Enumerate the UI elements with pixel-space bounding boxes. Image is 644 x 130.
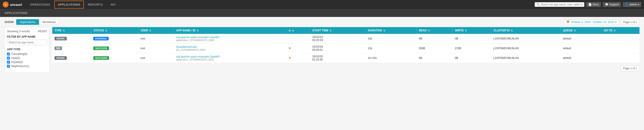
applications-table: TYPE ⇅STATUS ⇅USER ⇅APP NAME / ID ⇅⚠ ⇅ST…: [52, 27, 640, 63]
type-badge: MR: [54, 47, 62, 50]
calendar-icon: 📅: [566, 21, 570, 24]
search-icon: 🔍: [536, 3, 540, 6]
queue: default: [563, 37, 571, 40]
sort-icon: ⇅: [428, 29, 430, 32]
show-bar: SHOW ApplicationsWorkflows 📅 October 9, …: [4, 19, 640, 25]
table-footer: Page 1 of 1: [52, 64, 640, 73]
label-cascading: Cascading(0): [11, 52, 27, 56]
start-time: 10/10/1903:20:01: [312, 45, 323, 51]
write: 0B: [455, 37, 458, 40]
app-id: application_1570698639373_0001: [176, 58, 284, 61]
filter-by-app-name-title: FILTER BY APP NAME: [7, 35, 47, 38]
col-header-type[interactable]: TYPE ⇅: [52, 27, 91, 34]
nav-item-operations[interactable]: OPERATIONS: [26, 1, 54, 9]
checkbox-hive[interactable]: [7, 57, 10, 60]
pagination-top: Page 1 of 1: [621, 19, 640, 25]
app-id: job_1570698639373_0002: [176, 49, 284, 51]
tab-container: ApplicationsWorkflows: [16, 19, 59, 25]
table-row: MRSUCCESSrootQuasiMonteCarlojob_15706986…: [52, 44, 640, 53]
status-badge: RUNNING: [93, 37, 108, 40]
date-picker-button[interactable]: 📅 October 9, 2019 - October 10, 2019 ▾: [564, 19, 619, 25]
app-type-hive: Hive(0): [7, 56, 47, 60]
table-body: SPARKRUNNINGrootorg.apache.spark.example…: [52, 34, 640, 63]
user-cell: root: [140, 37, 145, 40]
table-header-row: TYPE ⇅STATUS ⇅USER ⇅APP NAME / ID ⇅⚠ ⇅ST…: [52, 27, 640, 34]
label-hive: Hive(0): [11, 56, 20, 60]
checkbox-mapreduce[interactable]: [7, 65, 10, 68]
docs-icon: 📄: [588, 3, 592, 6]
checkbox-cascading[interactable]: [7, 53, 10, 56]
label-mapreduce: MapReduce(1): [11, 65, 29, 68]
app-name[interactable]: org.apache.spark.examples.SparkPi: [176, 36, 284, 39]
sort-icon: ⇅: [511, 29, 513, 32]
sort-icon: ⇅: [614, 29, 616, 32]
col-header-queue[interactable]: QUEUE ⇅: [561, 27, 602, 34]
docs-button[interactable]: 📄 Docs: [586, 2, 601, 7]
logo-icon: u: [3, 2, 8, 8]
col-header-warn[interactable]: ⚠ ⇅: [286, 27, 310, 34]
admin-button[interactable]: 👤 admin ▾: [623, 2, 641, 7]
duration: 18s: [368, 37, 372, 40]
nav-item-reports[interactable]: REPORTS: [84, 1, 106, 9]
col-header-go_to[interactable]: GO TO ⇅: [602, 27, 640, 34]
tab-applications[interactable]: Applications: [16, 19, 39, 25]
sort-icon: ⇅: [330, 29, 332, 32]
support-button[interactable]: 💬 Support: [603, 2, 621, 7]
duration: 1m 24s: [368, 56, 376, 60]
show-label: SHOW: [4, 20, 14, 24]
chevron-down-icon: ▾: [638, 3, 639, 6]
app-name[interactable]: QuasiMonteCarlo: [176, 45, 284, 49]
col-header-write[interactable]: WRITE ⇅: [453, 27, 491, 34]
sort-icon: ⇅: [574, 29, 576, 32]
table-area: TYPE ⇅STATUS ⇅USER ⇅APP NAME / ID ⇅⚠ ⇅ST…: [52, 27, 640, 73]
col-header-user[interactable]: USER ⇅: [138, 27, 174, 34]
sort-icon: ⇅: [63, 29, 65, 32]
app-type-impala: Impala(0): [7, 60, 47, 64]
pagination-bottom: Page 1 of 1: [621, 66, 640, 71]
col-header-status[interactable]: STATUS ⇅: [91, 27, 138, 34]
col-header-app_name_id[interactable]: APP NAME / ID ⇅: [174, 27, 286, 34]
nav-right: 🔍 📄 Docs 💬 Support 👤 admin ▾: [535, 2, 641, 7]
user-cell: root: [140, 47, 145, 50]
reset-button[interactable]: RESET: [38, 30, 47, 33]
col-header-cluster_id[interactable]: CLUSTER ID ⇅: [491, 27, 561, 34]
user-cell: root: [140, 56, 145, 60]
chevron-down-icon: ▾: [615, 21, 616, 24]
global-search-box: 🔍: [535, 2, 584, 7]
results-count: Showing 3 results: [7, 30, 30, 33]
warning-icon: ⚑: [288, 56, 291, 60]
nav-item-api[interactable]: API: [107, 1, 119, 9]
content-area: Showing 3 results RESET FILTER BY APP NA…: [4, 27, 640, 73]
checkbox-impala[interactable]: [7, 61, 10, 64]
col-header-start_time[interactable]: START TIME ⇅: [310, 27, 366, 34]
user-icon: 👤: [625, 3, 628, 6]
app-name-search-input[interactable]: [7, 40, 47, 45]
app-type-mapreduce: MapReduce(1): [7, 65, 47, 68]
cluster-id: j-2XP2WEVWLNL4N: [494, 47, 519, 50]
table-row: SPARKRUNNINGrootorg.apache.spark.example…: [52, 34, 640, 44]
start-time: 10/10/1902:15:35: [312, 55, 323, 61]
page-header: APPLICATIONS: [0, 9, 644, 17]
nav-items: OPERATIONSAPPLICATIONSREPORTSAPI: [26, 1, 535, 9]
read: 0B: [419, 37, 422, 40]
filter-panel: Showing 3 results RESET FILTER BY APP NA…: [4, 27, 50, 73]
duration: 13s: [368, 47, 372, 50]
col-header-read[interactable]: READ ⇅: [417, 27, 453, 34]
status-badge: SUCCESS: [93, 56, 109, 60]
sort-icon: ⇅: [383, 29, 385, 32]
col-header-duration[interactable]: DURATION ⇅: [366, 27, 416, 34]
app-name[interactable]: org.apache.spark.examples.SparkPi: [176, 55, 284, 58]
tab-workflows[interactable]: Workflows: [39, 19, 59, 25]
table-row: SPARKSUCCESSrootorg.apache.spark.example…: [52, 53, 640, 63]
logo[interactable]: u unravel: [3, 2, 22, 8]
sort-icon: ⇅: [149, 29, 151, 32]
cluster-id: j-2XP2WEVWLNL4N: [494, 37, 519, 40]
cluster-id: j-2XP2WEVWLNL4N: [494, 56, 519, 60]
queue: default: [563, 56, 571, 60]
app-type-checkboxes: Cascading(0)Hive(0)Impala(0)MapReduce(1): [7, 52, 47, 68]
nav-item-applications[interactable]: APPLICATIONS: [54, 1, 84, 9]
sort-icon: ⇅: [292, 29, 294, 32]
warning-icon: ⚑: [288, 47, 291, 50]
date-range-label: October 9, 2019 - October 10, 2019: [571, 21, 614, 24]
global-search-input[interactable]: [541, 3, 582, 6]
